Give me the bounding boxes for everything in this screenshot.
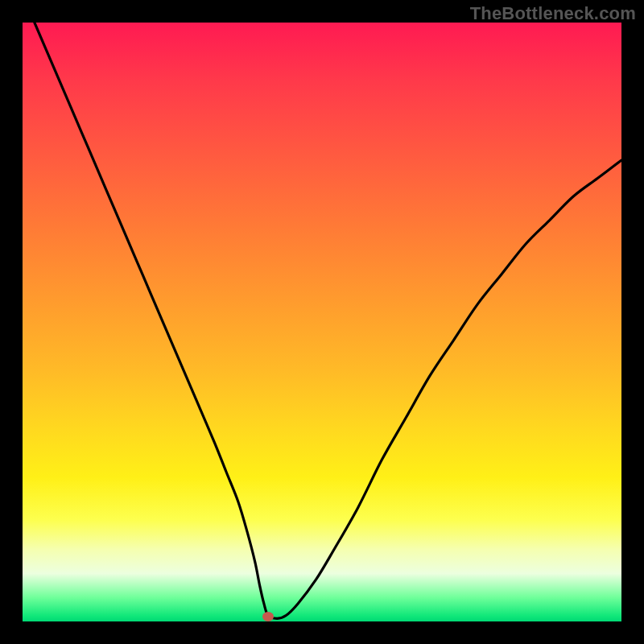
watermark-text: TheBottleneck.com	[470, 3, 636, 24]
plot-area	[23, 23, 621, 621]
chart-frame: TheBottleneck.com	[0, 0, 644, 644]
bottleneck-marker	[262, 612, 274, 621]
bottleneck-curve	[23, 23, 621, 621]
